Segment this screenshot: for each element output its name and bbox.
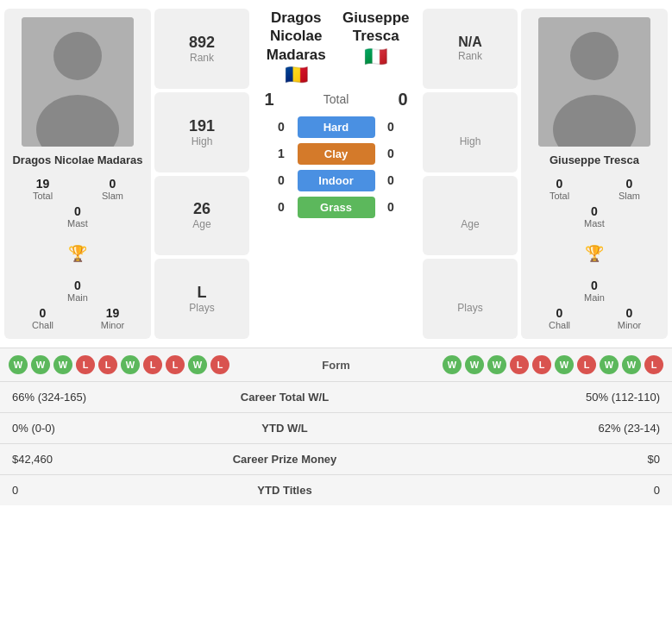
- total-row: 1 Total 0: [256, 90, 416, 110]
- form-badge-W: W: [9, 355, 28, 374]
- left-age-box: 26 Age: [154, 176, 249, 256]
- left-mast-stat: 0 Mast: [67, 204, 88, 229]
- surface-btn-clay[interactable]: Clay: [298, 143, 375, 165]
- right-mast-stat: 0 Mast: [584, 204, 605, 229]
- form-badge-W: W: [443, 355, 462, 374]
- left-slam-stat: 0 Slam: [81, 177, 144, 201]
- form-badge-L: L: [166, 355, 185, 374]
- form-badge-W: W: [121, 355, 140, 374]
- right-minor-stat: 0 Minor: [598, 306, 661, 330]
- right-flag: 🇮🇹: [336, 46, 417, 68]
- left-middle-col: 892 Rank 191 High 26 Age L Plays: [154, 9, 249, 339]
- form-badge-W: W: [555, 355, 574, 374]
- left-high-box: 191 High: [154, 92, 249, 172]
- form-badge-W: W: [487, 355, 506, 374]
- center-right-name: Giuseppe Tresca 🇮🇹: [336, 9, 417, 86]
- svg-point-4: [570, 32, 619, 80]
- form-badge-L: L: [510, 355, 529, 374]
- right-total-stat: 0 Total: [528, 177, 591, 201]
- stats-row: 0% (0-0) YTD W/L 62% (23-14): [0, 413, 672, 444]
- top-section: Dragos Nicolae Madaras 19 Total 0 Slam 0…: [0, 0, 672, 348]
- right-main-stat: 0 Main: [584, 279, 605, 303]
- center-names-row: Dragos Nicolae Madaras 🇷🇴 Giuseppe Tresc…: [256, 9, 416, 90]
- surface-row-grass: 0 Grass 0: [256, 197, 416, 218]
- stats-row: 66% (324-165) Career Total W/L 50% (112-…: [0, 382, 672, 413]
- left-form-badges: WWWLLWLLWL: [9, 355, 285, 374]
- left-mast-main-row: 0 Mast 🏆 0 Main: [11, 204, 144, 303]
- left-player-stats: 19 Total 0 Slam 0 Mast 🏆 0 Main: [11, 177, 144, 330]
- right-player-card: Giuseppe Tresca 0 Total 0 Slam 0 Mast 🏆: [521, 9, 668, 339]
- stat-left-val: $42,460: [0, 444, 190, 475]
- form-badge-W: W: [31, 355, 50, 374]
- surface-rows: 0 Hard 0 1 Clay 0 0 Indoor 0 0 Grass 0: [256, 116, 416, 218]
- form-badge-W: W: [188, 355, 207, 374]
- right-plays-box: Plays: [423, 259, 518, 339]
- stat-left-val: 0: [0, 475, 190, 506]
- left-total-score: 1: [256, 90, 282, 110]
- left-main-stat: 0 Main: [67, 279, 88, 303]
- right-slam-stat: 0 Slam: [598, 177, 661, 201]
- form-badge-W: W: [53, 355, 72, 374]
- stats-table: 66% (324-165) Career Total W/L 50% (112-…: [0, 381, 672, 505]
- left-chall-stat: 0 Chall: [11, 306, 74, 330]
- form-badge-L: L: [76, 355, 95, 374]
- surface-row-indoor: 0 Indoor 0: [256, 170, 416, 191]
- left-player-avatar: [22, 17, 134, 147]
- left-flag: 🇷🇴: [256, 64, 336, 86]
- left-trophy-icon: 🏆: [68, 244, 87, 263]
- stat-right-val: $0: [380, 444, 672, 475]
- left-total-stat: 19 Total: [11, 177, 74, 201]
- stats-row: 0 YTD Titles 0: [0, 475, 672, 506]
- bottom-section: WWWLLWLLWL Form WWWLLWLWWL 66% (324-165)…: [0, 348, 672, 505]
- form-badge-L: L: [532, 355, 551, 374]
- right-total-score: 0: [390, 90, 416, 110]
- right-player-stats: 0 Total 0 Slam 0 Mast 🏆 0 Main: [528, 177, 661, 330]
- svg-point-1: [53, 32, 102, 80]
- surface-row-hard: 0 Hard 0: [256, 116, 416, 138]
- right-age-box: Age: [423, 176, 518, 256]
- right-middle-col: N/A Rank High Age Plays: [423, 9, 518, 339]
- right-mast-main-row: 0 Mast 🏆 0 Main: [528, 204, 661, 303]
- form-label: Form: [285, 359, 388, 372]
- total-label: Total: [282, 92, 390, 106]
- form-badge-L: L: [644, 355, 663, 374]
- surface-btn-indoor[interactable]: Indoor: [298, 170, 375, 191]
- form-badge-L: L: [143, 355, 162, 374]
- stat-right-val: 50% (112-110): [380, 382, 672, 413]
- stat-center-label: YTD W/L: [190, 413, 380, 444]
- right-trophy-icon: 🏆: [585, 244, 604, 263]
- right-rank-box: N/A Rank: [423, 9, 518, 89]
- left-player-card: Dragos Nicolae Madaras 19 Total 0 Slam 0…: [4, 9, 151, 339]
- main-container: Dragos Nicolae Madaras 19 Total 0 Slam 0…: [0, 0, 672, 505]
- form-badge-W: W: [622, 355, 641, 374]
- center-col: Dragos Nicolae Madaras 🇷🇴 Giuseppe Tresc…: [253, 9, 419, 339]
- stat-center-label: Career Total W/L: [190, 382, 380, 413]
- form-badge-L: L: [98, 355, 117, 374]
- left-player-name: Dragos Nicolae Madaras: [12, 153, 142, 166]
- stat-center-label: YTD Titles: [190, 475, 380, 506]
- right-player-avatar: [538, 17, 650, 147]
- form-badge-W: W: [465, 355, 484, 374]
- stat-right-val: 0: [380, 475, 672, 506]
- left-minor-stat: 19 Minor: [81, 306, 144, 330]
- stat-center-label: Career Prize Money: [190, 444, 380, 475]
- right-player-name: Giuseppe Tresca: [550, 153, 639, 166]
- center-left-name: Dragos Nicolae Madaras 🇷🇴: [256, 9, 336, 86]
- surface-btn-hard[interactable]: Hard: [298, 116, 375, 138]
- surface-row-clay: 1 Clay 0: [256, 143, 416, 165]
- stats-row: $42,460 Career Prize Money $0: [0, 444, 672, 475]
- right-high-box: High: [423, 92, 518, 172]
- left-plays-box: L Plays: [154, 259, 249, 339]
- right-form-badges: WWWLLWLWWL: [388, 355, 664, 374]
- right-chall-stat: 0 Chall: [528, 306, 591, 330]
- stat-left-val: 66% (324-165): [0, 382, 190, 413]
- stat-left-val: 0% (0-0): [0, 413, 190, 444]
- surface-btn-grass[interactable]: Grass: [298, 197, 375, 218]
- form-row: WWWLLWLLWL Form WWWLLWLWWL: [0, 348, 672, 381]
- stat-right-val: 62% (23-14): [380, 413, 672, 444]
- form-badge-W: W: [600, 355, 619, 374]
- form-badge-L: L: [210, 355, 229, 374]
- form-badge-L: L: [577, 355, 596, 374]
- left-rank-box: 892 Rank: [154, 9, 249, 89]
